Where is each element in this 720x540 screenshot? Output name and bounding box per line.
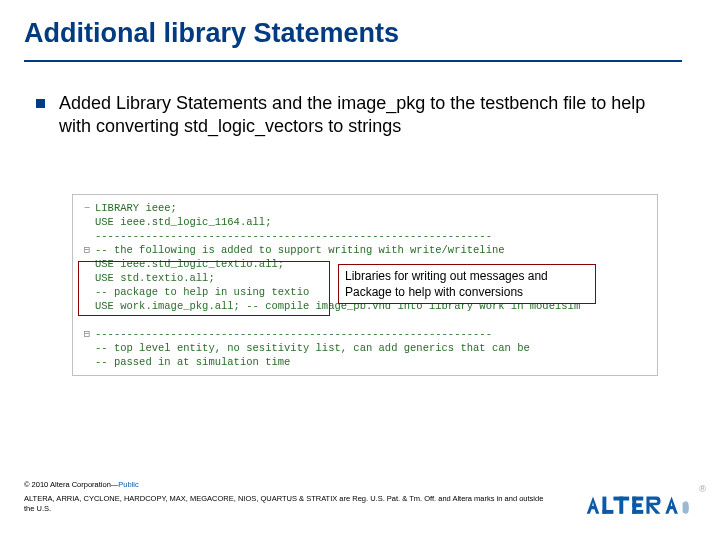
svg-rect-1 — [602, 510, 613, 514]
code-line: -- top level entity, no sesitivity list,… — [95, 341, 530, 355]
trademark-text: ALTERA, ARRIA, CYCLONE, HARDCOPY, MAX, M… — [24, 494, 544, 514]
title-divider — [24, 60, 682, 62]
registered-mark: ® — [699, 484, 706, 494]
footer: © 2010 Altera Corporation—Public ALTERA,… — [24, 480, 544, 514]
code-line: LIBRARY ieee; — [95, 201, 177, 215]
annotation-label: Libraries for writing out messages and P… — [338, 264, 596, 304]
square-bullet-icon — [36, 99, 45, 108]
page-title: Additional library Statements — [24, 18, 399, 49]
fold-gutter: − — [79, 201, 95, 215]
fold-gutter: ⊟ — [79, 327, 95, 341]
code-line: USE ieee.std_logic_1164.all; — [95, 215, 271, 229]
code-line: ----------------------------------------… — [95, 229, 492, 243]
altera-logo — [582, 490, 692, 522]
svg-rect-7 — [632, 510, 643, 514]
bullet-text: Added Library Statements and the image_p… — [59, 92, 676, 139]
annotation-line-2: Package to help with conversions — [345, 285, 523, 299]
fold-gutter: ⊟ — [79, 243, 95, 257]
code-line: -- passed in at simulation time — [95, 355, 290, 369]
svg-rect-3 — [619, 497, 623, 514]
copyright-text: © 2010 Altera Corporation— — [24, 480, 118, 489]
annotation-highlight-box — [78, 261, 330, 316]
body-text: Added Library Statements and the image_p… — [36, 92, 676, 139]
code-line: -- the following is added to support wri… — [95, 243, 505, 257]
svg-rect-5 — [632, 497, 643, 501]
bullet-item: Added Library Statements and the image_p… — [36, 92, 676, 139]
annotation-line-1: Libraries for writing out messages and — [345, 269, 548, 283]
public-tag: Public — [118, 480, 138, 489]
code-line: ----------------------------------------… — [95, 327, 492, 341]
svg-rect-6 — [632, 503, 641, 507]
slide: Additional library Statements Added Libr… — [0, 0, 720, 540]
